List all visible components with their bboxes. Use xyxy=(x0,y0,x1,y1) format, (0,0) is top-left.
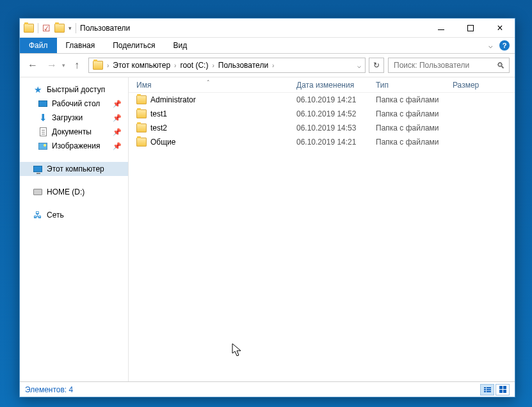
column-header-date[interactable]: Дата изменения xyxy=(296,81,376,90)
nav-forward-button[interactable]: → xyxy=(44,58,60,73)
folder-icon xyxy=(136,109,147,118)
nav-back-button[interactable]: ← xyxy=(25,58,40,73)
window-title: Пользователи xyxy=(80,24,130,33)
sidebar-pictures[interactable]: Изображения 📌 xyxy=(20,139,128,153)
chevron-right-icon[interactable]: › xyxy=(106,62,110,69)
column-headers: Имя ˄ Дата изменения Тип Размер xyxy=(129,77,515,93)
address-bar[interactable]: › Этот компьютер › root (C:) › Пользоват… xyxy=(88,58,366,73)
cell-type: Папка с файлами xyxy=(376,95,453,104)
cell-type: Папка с файлами xyxy=(376,138,453,147)
app-icon[interactable] xyxy=(24,24,34,33)
breadcrumb-item[interactable]: root (C:) xyxy=(177,58,211,72)
breadcrumb-label: Пользователи xyxy=(218,61,268,70)
close-button[interactable]: × xyxy=(485,19,515,38)
nav-up-button[interactable]: ↑ xyxy=(69,58,85,73)
folder-icon xyxy=(136,138,147,147)
ribbon-tab-file[interactable]: Файл xyxy=(20,38,57,53)
document-icon xyxy=(38,127,48,137)
cell-name: Administrator xyxy=(136,95,296,104)
explorer-window: ☑ ▾ Пользователи × Файл Главная Поделить… xyxy=(19,18,515,397)
drive-icon xyxy=(33,187,43,197)
sidebar-item-label: Быстрый доступ xyxy=(47,85,105,94)
file-list: Имя ˄ Дата изменения Тип Размер Administ… xyxy=(129,77,515,381)
cell-date: 06.10.2019 14:21 xyxy=(296,95,376,104)
minimize-button[interactable] xyxy=(426,19,456,38)
sidebar-item-label: Изображения xyxy=(52,141,100,150)
search-box[interactable]: 🔍︎ xyxy=(388,58,510,73)
qat-properties-icon[interactable]: ☑ xyxy=(42,24,51,33)
cell-type: Папка с файлами xyxy=(376,109,453,118)
window-controls: × xyxy=(426,19,515,38)
cell-date: 06.10.2019 14:52 xyxy=(296,109,376,118)
column-label: Имя xyxy=(136,81,151,90)
breadcrumb-item[interactable]: Пользователи xyxy=(216,58,271,72)
column-header-name[interactable]: Имя ˄ xyxy=(136,81,296,90)
view-large-button[interactable] xyxy=(496,384,510,395)
cell-name: Общие xyxy=(136,138,296,147)
nav-history-dropdown-icon[interactable]: ▾ xyxy=(62,62,65,68)
sidebar-downloads[interactable]: ⬇ Загрузки 📌 xyxy=(20,111,128,125)
refresh-button[interactable]: ↻ xyxy=(369,58,384,73)
ribbon-expand-icon[interactable]: ⌵ xyxy=(488,42,493,50)
breadcrumb-label: root (C:) xyxy=(180,61,208,70)
star-icon: ★ xyxy=(33,84,43,95)
sidebar-network[interactable]: 🖧 Сеть xyxy=(20,208,128,222)
sidebar-item-label: Сеть xyxy=(47,211,64,219)
chevron-right-icon[interactable]: › xyxy=(211,62,215,69)
table-row[interactable]: test106.10.2019 14:52Папка с файлами xyxy=(129,107,515,121)
help-icon[interactable]: ? xyxy=(499,40,510,51)
search-input[interactable] xyxy=(392,60,497,70)
file-name: Общие xyxy=(150,138,175,147)
column-label: Размер xyxy=(453,81,479,90)
chevron-right-icon[interactable]: › xyxy=(173,62,177,69)
column-label: Тип xyxy=(376,81,389,90)
body: ★ Быстрый доступ Рабочий стол 📌 ⬇ Загруз… xyxy=(20,77,515,381)
cell-name: test1 xyxy=(136,109,296,118)
breadcrumb-item[interactable]: Этот компьютер xyxy=(110,58,173,72)
table-row[interactable]: Administrator06.10.2019 14:21Папка с фай… xyxy=(129,93,515,107)
column-label: Дата изменения xyxy=(296,81,354,90)
search-icon[interactable]: 🔍︎ xyxy=(497,61,505,70)
ribbon-tab-view[interactable]: Вид xyxy=(164,38,196,53)
pin-icon: 📌 xyxy=(113,100,122,108)
maximize-button[interactable] xyxy=(456,19,485,38)
view-mode-buttons xyxy=(480,384,510,395)
breadcrumb-root[interactable] xyxy=(90,58,106,72)
pin-icon: 📌 xyxy=(113,128,122,136)
sidebar-documents[interactable]: Документы 📌 xyxy=(20,125,128,139)
chevron-right-icon[interactable]: › xyxy=(271,62,275,69)
desktop-icon xyxy=(38,99,48,109)
column-header-size[interactable]: Размер xyxy=(453,81,515,90)
table-row[interactable]: Общие06.10.2019 14:21Папка с файлами xyxy=(129,135,515,149)
folder-icon xyxy=(93,61,103,70)
qat-dropdown-icon[interactable]: ▾ xyxy=(69,25,72,31)
breadcrumb-label: Этот компьютер xyxy=(113,61,170,70)
sidebar-desktop[interactable]: Рабочий стол 📌 xyxy=(20,97,128,111)
download-icon: ⬇ xyxy=(38,113,48,123)
sidebar-item-label: HOME (D:) xyxy=(47,188,85,196)
sort-indicator-icon: ˄ xyxy=(207,79,210,86)
pictures-icon xyxy=(38,141,48,151)
folder-icon xyxy=(136,95,147,104)
qat-separator xyxy=(76,23,76,33)
file-name: test2 xyxy=(150,124,167,132)
pin-icon: 📌 xyxy=(113,142,122,150)
pc-icon xyxy=(33,164,43,174)
sidebar-quick-access[interactable]: ★ Быстрый доступ xyxy=(20,83,128,97)
status-bar: Элементов: 4 xyxy=(20,381,515,397)
ribbon-tab-share[interactable]: Поделиться xyxy=(104,38,164,53)
sidebar-this-pc[interactable]: Этот компьютер xyxy=(20,162,128,176)
column-header-type[interactable]: Тип xyxy=(376,81,453,90)
ribbon-tab-home[interactable]: Главная xyxy=(57,38,104,53)
sidebar-drive[interactable]: HOME (D:) xyxy=(20,185,128,199)
cell-date: 06.10.2019 14:53 xyxy=(296,124,376,132)
ribbon: Файл Главная Поделиться Вид ⌵ ? xyxy=(20,38,515,54)
table-row[interactable]: test206.10.2019 14:53Папка с файлами xyxy=(129,121,515,135)
status-count: 4 xyxy=(69,385,74,394)
folder-icon xyxy=(136,124,147,132)
cell-date: 06.10.2019 14:21 xyxy=(296,138,376,147)
address-dropdown-icon[interactable]: ⌵ xyxy=(357,62,361,69)
pin-icon: 📌 xyxy=(113,114,122,122)
qat-newfolder-icon[interactable] xyxy=(54,24,65,33)
view-details-button[interactable] xyxy=(480,384,494,395)
